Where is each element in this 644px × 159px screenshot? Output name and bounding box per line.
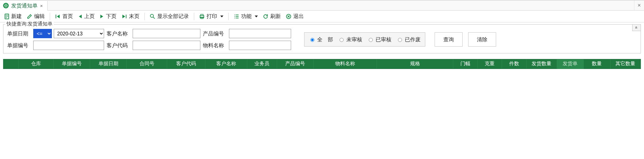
show-all-button[interactable]: 显示全部记录 [148,12,190,20]
document-tabstrip: 发货通知单 × × [0,1,644,11]
result-grid: 仓库单据编号单据日期合同号客户代码客户名称业务员产品编号物料名称规格门幅克重件数… [3,59,641,156]
chevron-up-icon: « [634,26,639,29]
col-other_qty[interactable]: 其它数量 [610,59,641,69]
cust-name-input[interactable] [133,29,200,38]
toolbar-divider [144,13,145,20]
svg-rect-4 [201,14,203,16]
dropdown-caret-icon [220,16,223,17]
dropdown-caret-icon [255,16,258,17]
grid-header-row: 仓库单据编号单据日期合同号客户代码客户名称业务员产品编号物料名称规格门幅克重件数… [3,59,641,69]
doc-date-label: 单据日期 [7,30,31,37]
prev-page-button[interactable]: 上页 [77,12,96,20]
status-all-input[interactable] [310,38,314,42]
status-radio-group: 全 部 未审核 已审核 已作废 [304,32,425,47]
mat-name-label: 物料名称 [203,42,227,49]
col-gsm[interactable]: 克重 [477,59,502,69]
toolbar-divider [50,13,50,20]
edit-button[interactable]: 编辑 [25,12,46,20]
cust-code-label: 客户代码 [107,42,131,49]
status-voided-input[interactable] [398,38,402,42]
status-approved-input[interactable] [369,38,373,42]
toolbar-divider [228,13,229,20]
legend-prefix: 快捷查询: [7,21,28,26]
col-doc_no[interactable]: 单据编号 [53,59,90,69]
globe-icon [3,3,9,8]
next-page-label: 下页 [106,13,116,20]
edit-label: 编辑 [34,13,45,20]
col-ship_qty[interactable]: 发货数量 [526,59,557,69]
first-page-label: 首页 [62,13,73,20]
col-qty[interactable]: 数量 [583,59,610,69]
doc-no-input[interactable] [33,41,104,50]
list-icon [234,14,239,19]
col-warehouse[interactable]: 仓库 [18,59,53,69]
last-page-label: 末页 [129,13,139,20]
status-voided-radio[interactable]: 已作废 [396,36,421,43]
new-label: 新建 [11,13,22,20]
refresh-label: 刷新 [270,13,281,20]
new-button[interactable]: 新建 [3,12,23,20]
col-contract_no[interactable]: 合同号 [127,59,167,69]
toolbar: 新建 编辑 首页 上页 下页 末页 显示全部记录 [0,11,644,22]
query-button[interactable]: 查询 [435,32,463,47]
print-label: 打印 [207,13,217,20]
doc-date-operator-select[interactable]: <<==>=> [33,29,52,38]
prod-code-input[interactable] [229,29,291,38]
cust-name-label: 客户名称 [107,30,131,37]
quick-query-legend: 快捷查询:发货通知单 [5,21,54,27]
next-page-button[interactable]: 下页 [98,12,118,20]
clear-button[interactable]: 清除 [468,32,496,47]
legend-name: 发货通知单 [28,21,53,26]
status-unapproved-label: 未审核 [346,36,362,43]
functions-label: 功能 [241,13,252,20]
collapse-panel-button[interactable]: « [632,24,641,31]
col-prod_code[interactable]: 产品编号 [277,59,313,69]
refresh-button[interactable]: 刷新 [262,12,282,20]
status-approved-label: 已审核 [376,36,391,43]
exit-button[interactable]: 退出 [285,12,305,20]
tab-close-icon[interactable]: × [40,3,43,8]
col-spec[interactable]: 规格 [377,59,453,69]
status-voided-label: 已作废 [405,36,421,43]
new-icon [4,14,9,19]
first-page-button[interactable]: 首页 [54,12,74,20]
search-all-icon [150,14,155,19]
print-icon [199,14,205,19]
col-cust_code[interactable]: 客户代码 [167,59,205,69]
col-ship_doc[interactable]: 发货单 [557,59,583,69]
status-unapproved-input[interactable] [340,38,344,42]
clear-button-label: 清除 [477,36,487,43]
edit-icon [27,14,32,19]
doc-no-label: 单据编号 [7,42,31,49]
cust-code-input[interactable] [133,41,200,50]
panel-close-icon[interactable]: × [634,1,644,10]
status-unapproved-radio[interactable]: 未审核 [338,36,362,43]
svg-point-2 [150,14,153,17]
status-approved-radio[interactable]: 已审核 [367,36,391,43]
col-pcs[interactable]: 件数 [502,59,527,69]
show-all-label: 显示全部记录 [157,13,189,20]
mat-name-input[interactable] [229,41,291,50]
print-button[interactable]: 打印 [198,12,225,20]
exit-icon [286,14,291,19]
col-salesman[interactable]: 业务员 [247,59,277,69]
query-button-label: 查询 [443,36,454,43]
exit-label: 退出 [293,13,304,20]
status-all-label: 全 部 [317,36,333,43]
col-blank[interactable] [3,59,18,69]
col-doc_date[interactable]: 单据日期 [90,59,127,69]
prev-page-icon [78,14,82,19]
last-page-button[interactable]: 末页 [120,12,141,20]
col-width_col[interactable]: 门幅 [453,59,477,69]
toolbar-divider [194,13,194,20]
refresh-icon [263,14,268,19]
prod-code-label: 产品编号 [203,30,227,37]
col-mat_name[interactable]: 物料名称 [313,59,377,69]
functions-button[interactable]: 功能 [232,12,259,20]
first-page-icon [55,14,61,19]
tab-shipment-notice[interactable]: 发货通知单 × [0,1,48,11]
tab-title: 发货通知单 [11,2,38,9]
status-all-radio[interactable]: 全 部 [309,36,333,43]
doc-date-input[interactable]: 2020-02-13 [54,29,104,38]
col-cust_name[interactable]: 客户名称 [205,59,247,69]
